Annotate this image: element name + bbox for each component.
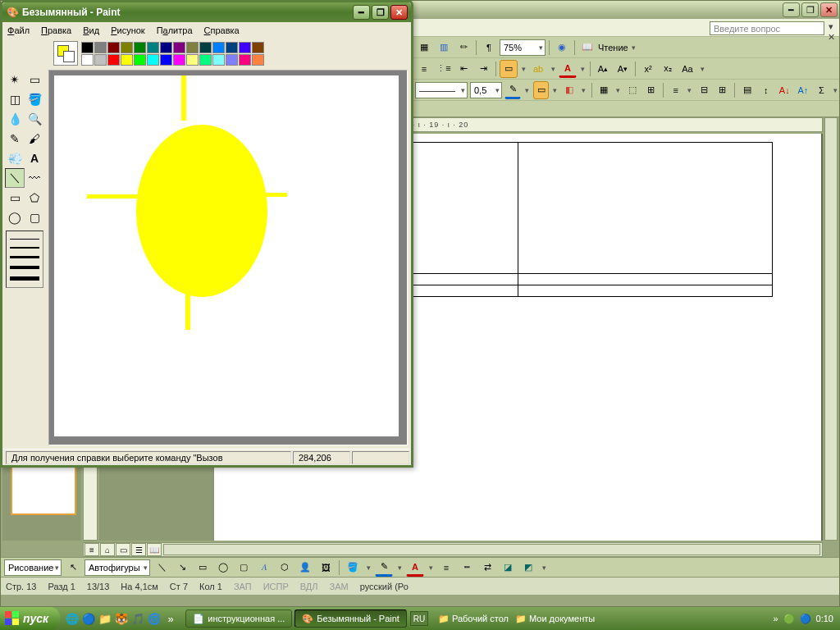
- ask-question-input[interactable]: Введите вопрос: [710, 21, 824, 35]
- menu-image[interactable]: Рисунок: [111, 25, 145, 35]
- menu-file[interactable]: Файл: [7, 25, 30, 35]
- thumbnail-page[interactable]: [11, 466, 76, 515]
- change-case-icon[interactable]: Aa: [678, 60, 696, 78]
- palette-color[interactable]: [134, 54, 146, 66]
- pencil-tool[interactable]: ✎: [5, 129, 25, 148]
- canvas[interactable]: [54, 75, 399, 436]
- table-autoformat-icon[interactable]: ▤: [739, 81, 756, 99]
- palette-color[interactable]: [186, 42, 199, 53]
- app-icon[interactable]: 🎵: [130, 611, 145, 626]
- app-icon[interactable]: 🌀: [147, 611, 162, 626]
- border-color-icon[interactable]: ✎: [504, 81, 521, 99]
- outside-border-icon[interactable]: ▭: [533, 81, 550, 99]
- word-maximize-button[interactable]: ❐: [801, 2, 819, 17]
- palette-color[interactable]: [226, 42, 238, 53]
- palette-color[interactable]: [147, 54, 159, 66]
- web-view-icon[interactable]: ⌂: [100, 543, 115, 556]
- line-color-icon[interactable]: ✎: [375, 559, 393, 577]
- palette-color[interactable]: [199, 54, 212, 66]
- word-vertical-scrollbar[interactable]: [824, 117, 838, 541]
- app-icon[interactable]: 🐯: [114, 611, 129, 626]
- eraser-tool[interactable]: ◫: [5, 89, 25, 109]
- rect-select-tool[interactable]: ▭: [25, 70, 44, 89]
- align-cells-icon[interactable]: ≡: [668, 81, 684, 99]
- 3d-icon[interactable]: ◩: [519, 559, 537, 577]
- insert-table-icon[interactable]: ▦: [596, 81, 612, 99]
- palette-color[interactable]: [173, 42, 185, 53]
- free-select-tool[interactable]: ✴: [5, 70, 25, 89]
- palette-color[interactable]: [212, 54, 225, 66]
- word-minimize-button[interactable]: ━: [783, 2, 800, 17]
- drawing-menu[interactable]: Рисование: [4, 559, 62, 576]
- highlight-icon[interactable]: ab: [529, 60, 547, 78]
- word-horizontal-scrollbar[interactable]: [163, 544, 820, 555]
- paint-close-button[interactable]: ✕: [390, 5, 408, 20]
- outline-view-icon[interactable]: ☰: [131, 543, 146, 556]
- airbrush-tool[interactable]: 💨: [5, 148, 25, 168]
- print-view-icon[interactable]: ▭: [116, 543, 130, 556]
- arrow-icon[interactable]: ↘: [173, 559, 191, 577]
- shadow-icon[interactable]: ◪: [499, 559, 517, 577]
- rectangle-tool[interactable]: ▭: [5, 188, 25, 208]
- drawing-toggle-icon[interactable]: ✏: [454, 39, 472, 57]
- palette-color[interactable]: [134, 42, 146, 53]
- line-weight-select[interactable]: 0,5: [470, 82, 502, 98]
- menu-edit[interactable]: Правка: [41, 25, 71, 35]
- taskbar-item-paint[interactable]: 🎨Безымянный - Paint: [294, 609, 407, 628]
- tool-options[interactable]: [6, 231, 43, 288]
- merge-cells-icon[interactable]: ⬚: [624, 81, 641, 99]
- line-tool[interactable]: ＼: [5, 168, 25, 188]
- border-icon[interactable]: ▭: [500, 60, 518, 78]
- picker-tool[interactable]: 💧: [5, 109, 25, 129]
- fill-color-icon[interactable]: 🪣: [344, 559, 362, 577]
- shading-color-icon[interactable]: ◧: [561, 81, 578, 99]
- palette-color[interactable]: [94, 54, 107, 66]
- status-lang[interactable]: русский (Ро: [360, 582, 409, 591]
- font-color-icon[interactable]: A: [559, 60, 577, 78]
- media-icon[interactable]: 🔵: [81, 611, 96, 626]
- curve-tool[interactable]: 〰: [25, 168, 44, 188]
- polygon-tool[interactable]: ⬠: [25, 188, 44, 208]
- magnifier-tool[interactable]: 🔍: [25, 109, 44, 129]
- status-trk[interactable]: ИСПР: [263, 582, 289, 591]
- status-ovr[interactable]: ЗАМ: [330, 582, 349, 591]
- picture-icon[interactable]: 🖼: [317, 559, 335, 577]
- shrink-font-icon[interactable]: A▾: [614, 60, 632, 78]
- clipart-icon[interactable]: 👤: [296, 559, 314, 577]
- decrease-indent-icon[interactable]: ⇤: [454, 60, 472, 78]
- toolbar-overflow[interactable]: ▾: [630, 43, 638, 52]
- brush-tool[interactable]: 🖌: [25, 129, 44, 148]
- word-close-button[interactable]: ✕: [820, 2, 838, 17]
- palette-color[interactable]: [226, 54, 238, 66]
- desktop-link[interactable]: 📁Рабочий стол: [438, 614, 509, 624]
- palette-color[interactable]: [160, 54, 172, 66]
- start-button[interactable]: пуск: [0, 607, 60, 630]
- status-ext[interactable]: ВДЛ: [300, 582, 318, 591]
- paint-minimize-button[interactable]: ━: [353, 5, 370, 20]
- palette-color[interactable]: [199, 42, 212, 53]
- increase-indent-icon[interactable]: ⇥: [474, 60, 492, 78]
- doc-map-icon[interactable]: ¶: [480, 39, 498, 57]
- help-icon[interactable]: ◉: [553, 39, 571, 57]
- palette-color[interactable]: [107, 54, 120, 66]
- sort-asc-icon[interactable]: A↓: [776, 81, 792, 99]
- toolbar-overflow[interactable]: ▾: [540, 564, 548, 572]
- paint-titlebar[interactable]: 🎨 Безымянный - Paint ━ ❐ ✕: [2, 2, 411, 22]
- split-cells-icon[interactable]: ⊞: [642, 81, 659, 99]
- text-direction-icon[interactable]: ↕: [758, 81, 774, 99]
- diagram-icon[interactable]: ⬡: [276, 559, 294, 577]
- palette-color[interactable]: [186, 54, 199, 66]
- roundrect-tool[interactable]: ▢: [25, 208, 44, 227]
- quick-launch-more[interactable]: »: [163, 611, 178, 626]
- textbox-icon[interactable]: ▢: [235, 559, 253, 577]
- wordart-icon[interactable]: 𝐴: [255, 559, 273, 577]
- select-objects-icon[interactable]: ↖: [64, 559, 82, 577]
- tray-icon[interactable]: 🔵: [800, 614, 811, 624]
- superscript-icon[interactable]: x²: [639, 60, 657, 78]
- ellipse-tool[interactable]: ◯: [5, 208, 25, 227]
- menu-colors[interactable]: Палитра: [157, 25, 193, 35]
- palette-color[interactable]: [94, 42, 107, 53]
- dash-style-icon[interactable]: ┅: [458, 559, 476, 577]
- subscript-icon[interactable]: x₂: [659, 60, 677, 78]
- reading-view-icon[interactable]: 📖: [147, 543, 162, 556]
